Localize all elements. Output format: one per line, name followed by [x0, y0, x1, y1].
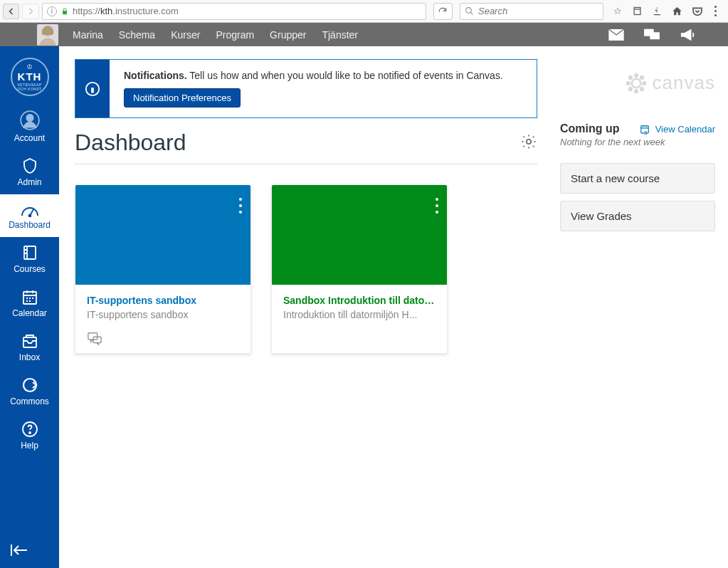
sidebar-item-label: Help	[21, 441, 38, 451]
top-nav-links: Marina Schema Kurser Program Grupper Tjä…	[73, 29, 358, 41]
coming-up-empty: Nothing for the next week	[560, 137, 715, 147]
back-button[interactable]	[3, 4, 19, 19]
svg-rect-4	[650, 32, 660, 39]
sidebar-item-help[interactable]: Help	[0, 414, 59, 458]
lock-icon	[61, 7, 68, 16]
kth-logo[interactable]: ♔ KTH VETENSKAP OCH KONST	[11, 58, 49, 96]
sidebar-item-label: Courses	[14, 264, 46, 274]
sidebar-item-dashboard[interactable]: Dashboard	[0, 194, 59, 237]
svg-point-18	[631, 78, 640, 88]
course-subtitle: IT-supportens sandbox	[87, 309, 239, 320]
svg-point-22	[643, 82, 645, 85]
pocket-icon[interactable]	[692, 6, 703, 17]
sidebar-item-label: Admin	[17, 177, 41, 187]
svg-rect-8	[24, 246, 36, 259]
discussion-icon[interactable]	[87, 332, 102, 346]
notification-message: Tell us how and when you would like to b…	[189, 70, 503, 81]
svg-point-6	[26, 115, 33, 121]
sidebar-item-admin[interactable]: Admin	[0, 150, 59, 194]
sidebar-item-inbox[interactable]: Inbox	[0, 325, 59, 369]
card-options-icon[interactable]	[239, 198, 242, 214]
sidebar-item-calendar[interactable]: Calendar	[0, 281, 59, 325]
course-title: IT-supportens sandbox	[87, 295, 239, 306]
top-nav-link[interactable]: Program	[216, 29, 254, 41]
browser-toolbar: i https://kth.instructure.com ☆	[0, 0, 728, 23]
svg-point-19	[635, 73, 638, 76]
sidebar-item-account[interactable]: Account	[0, 103, 59, 150]
sidebar-item-courses[interactable]: Courses	[0, 237, 59, 281]
url-text: https://kth.instructure.com	[73, 6, 421, 16]
card-options-icon[interactable]	[436, 198, 438, 214]
course-card[interactable]: Sandbox Introduktion till datormilj... I…	[271, 184, 448, 354]
top-nav-link[interactable]: Schema	[119, 29, 155, 41]
start-new-course-button[interactable]: Start a new course	[560, 163, 715, 194]
coming-up-heading: Coming up	[560, 122, 620, 135]
search-input[interactable]	[478, 6, 598, 16]
view-calendar-link[interactable]: 3 View Calendar	[640, 124, 715, 135]
forward-button[interactable]	[22, 4, 38, 19]
svg-point-13	[29, 432, 31, 433]
svg-rect-16	[88, 333, 97, 340]
sidebar-item-label: Calendar	[12, 308, 47, 318]
library-icon[interactable]	[632, 6, 643, 17]
mail-icon[interactable]	[608, 28, 624, 41]
sidebar-item-label: Dashboard	[9, 220, 51, 230]
notification-preferences-button[interactable]: Notification Preferences	[124, 88, 241, 107]
view-grades-button[interactable]: View Grades	[560, 201, 715, 231]
notification-title: Notifications.	[124, 70, 187, 81]
browser-menu-icon[interactable]	[712, 6, 719, 16]
megaphone-icon[interactable]	[680, 28, 695, 41]
notification-banner: Notifications. Tell us how and when you …	[75, 59, 537, 118]
course-title: Sandbox Introduktion till datormilj...	[283, 295, 436, 306]
svg-rect-1	[635, 8, 641, 15]
page-title: Dashboard	[75, 131, 186, 154]
svg-rect-10	[23, 337, 36, 347]
svg-point-15	[527, 139, 531, 143]
svg-point-21	[626, 82, 629, 85]
svg-point-23	[629, 76, 632, 79]
refresh-button[interactable]	[433, 3, 453, 20]
sidebar-item-label: Account	[14, 133, 45, 143]
sidebar-collapse[interactable]	[0, 532, 59, 568]
svg-point-0	[466, 8, 472, 14]
chat-icon[interactable]	[644, 28, 660, 41]
svg-point-7	[28, 215, 31, 217]
info-icon	[75, 60, 110, 117]
sidebar-item-commons[interactable]: Commons	[0, 369, 59, 414]
svg-point-20	[635, 90, 638, 93]
avatar[interactable]	[37, 24, 58, 46]
downloads-icon[interactable]	[652, 6, 663, 17]
top-nav-link[interactable]: Marina	[73, 29, 103, 41]
top-nav-link[interactable]: Kurser	[171, 29, 200, 41]
svg-point-11	[23, 379, 36, 391]
sidebar-item-label: Commons	[10, 396, 49, 406]
bookmark-star-icon[interactable]: ☆	[612, 6, 623, 17]
search-icon	[465, 6, 474, 16]
svg-point-24	[640, 76, 643, 79]
course-cards: IT-supportens sandbox IT-supportens sand…	[75, 184, 537, 354]
dashboard-settings-button[interactable]	[520, 133, 537, 152]
top-nav-link[interactable]: Tjänster	[322, 29, 358, 41]
app-top-bar: Marina Schema Kurser Program Grupper Tjä…	[0, 23, 728, 46]
svg-point-25	[629, 88, 632, 90]
browser-right-icons: ☆	[606, 6, 725, 17]
home-icon[interactable]	[672, 6, 683, 17]
course-subtitle: Introduktion till datormiljön H...	[283, 309, 436, 320]
info-icon: i	[47, 6, 57, 16]
svg-point-26	[640, 88, 643, 90]
course-card[interactable]: IT-supportens sandbox IT-supportens sand…	[75, 184, 251, 354]
canvas-logo: canvas	[560, 72, 715, 94]
global-nav: ♔ KTH VETENSKAP OCH KONST Account Admin …	[0, 46, 59, 568]
url-bar[interactable]: i https://kth.instructure.com	[42, 3, 426, 20]
top-nav-link[interactable]: Grupper	[270, 29, 306, 41]
sidebar-item-label: Inbox	[19, 352, 40, 362]
browser-search[interactable]	[460, 3, 603, 20]
